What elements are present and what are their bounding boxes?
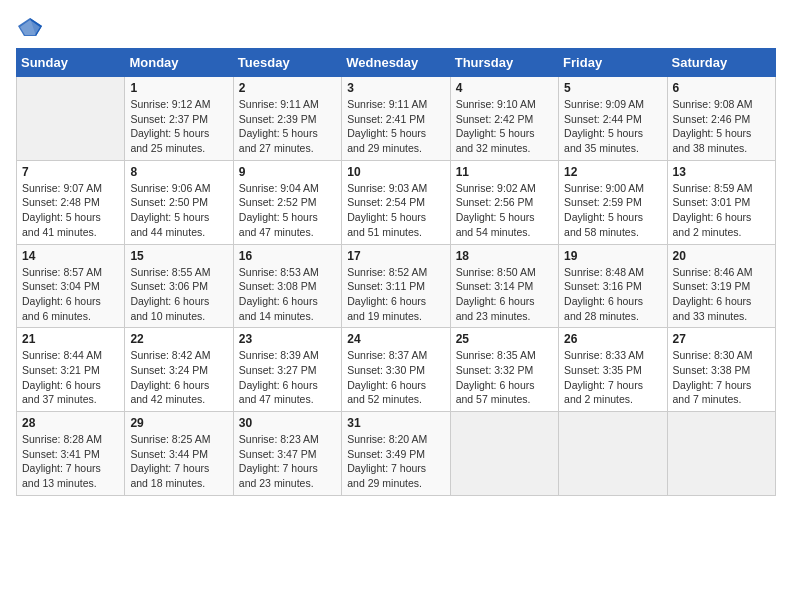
day-number: 3: [347, 81, 444, 95]
day-info: Sunrise: 8:42 AMSunset: 3:24 PMDaylight:…: [130, 348, 227, 407]
day-number: 26: [564, 332, 661, 346]
calendar-cell: 26Sunrise: 8:33 AMSunset: 3:35 PMDayligh…: [559, 328, 667, 412]
day-info: Sunrise: 8:28 AMSunset: 3:41 PMDaylight:…: [22, 432, 119, 491]
calendar-cell: 10Sunrise: 9:03 AMSunset: 2:54 PMDayligh…: [342, 160, 450, 244]
day-info: Sunrise: 9:00 AMSunset: 2:59 PMDaylight:…: [564, 181, 661, 240]
calendar-cell: 27Sunrise: 8:30 AMSunset: 3:38 PMDayligh…: [667, 328, 775, 412]
calendar-cell: 8Sunrise: 9:06 AMSunset: 2:50 PMDaylight…: [125, 160, 233, 244]
calendar-cell: 11Sunrise: 9:02 AMSunset: 2:56 PMDayligh…: [450, 160, 558, 244]
calendar-cell: [667, 412, 775, 496]
day-info: Sunrise: 8:57 AMSunset: 3:04 PMDaylight:…: [22, 265, 119, 324]
calendar-cell: 20Sunrise: 8:46 AMSunset: 3:19 PMDayligh…: [667, 244, 775, 328]
day-number: 4: [456, 81, 553, 95]
header: [16, 16, 776, 38]
logo: [16, 16, 48, 38]
calendar-cell: [559, 412, 667, 496]
day-number: 2: [239, 81, 336, 95]
day-info: Sunrise: 8:44 AMSunset: 3:21 PMDaylight:…: [22, 348, 119, 407]
calendar-cell: [17, 77, 125, 161]
day-number: 1: [130, 81, 227, 95]
day-number: 15: [130, 249, 227, 263]
calendar-cell: 29Sunrise: 8:25 AMSunset: 3:44 PMDayligh…: [125, 412, 233, 496]
day-info: Sunrise: 8:25 AMSunset: 3:44 PMDaylight:…: [130, 432, 227, 491]
day-number: 14: [22, 249, 119, 263]
day-info: Sunrise: 9:11 AMSunset: 2:41 PMDaylight:…: [347, 97, 444, 156]
calendar-week-row: 7Sunrise: 9:07 AMSunset: 2:48 PMDaylight…: [17, 160, 776, 244]
calendar-cell: 28Sunrise: 8:28 AMSunset: 3:41 PMDayligh…: [17, 412, 125, 496]
calendar-cell: 17Sunrise: 8:52 AMSunset: 3:11 PMDayligh…: [342, 244, 450, 328]
day-info: Sunrise: 9:02 AMSunset: 2:56 PMDaylight:…: [456, 181, 553, 240]
day-info: Sunrise: 8:30 AMSunset: 3:38 PMDaylight:…: [673, 348, 770, 407]
day-info: Sunrise: 9:08 AMSunset: 2:46 PMDaylight:…: [673, 97, 770, 156]
day-number: 30: [239, 416, 336, 430]
weekday-header-row: SundayMondayTuesdayWednesdayThursdayFrid…: [17, 49, 776, 77]
day-info: Sunrise: 8:23 AMSunset: 3:47 PMDaylight:…: [239, 432, 336, 491]
weekday-header-cell: Wednesday: [342, 49, 450, 77]
calendar-cell: 15Sunrise: 8:55 AMSunset: 3:06 PMDayligh…: [125, 244, 233, 328]
day-number: 27: [673, 332, 770, 346]
weekday-header-cell: Friday: [559, 49, 667, 77]
day-info: Sunrise: 8:59 AMSunset: 3:01 PMDaylight:…: [673, 181, 770, 240]
day-info: Sunrise: 9:06 AMSunset: 2:50 PMDaylight:…: [130, 181, 227, 240]
day-number: 9: [239, 165, 336, 179]
weekday-header-cell: Tuesday: [233, 49, 341, 77]
calendar-body: 1Sunrise: 9:12 AMSunset: 2:37 PMDaylight…: [17, 77, 776, 496]
day-info: Sunrise: 8:35 AMSunset: 3:32 PMDaylight:…: [456, 348, 553, 407]
logo-icon: [16, 16, 44, 38]
day-number: 23: [239, 332, 336, 346]
calendar-cell: 9Sunrise: 9:04 AMSunset: 2:52 PMDaylight…: [233, 160, 341, 244]
calendar-cell: 14Sunrise: 8:57 AMSunset: 3:04 PMDayligh…: [17, 244, 125, 328]
day-number: 19: [564, 249, 661, 263]
day-number: 29: [130, 416, 227, 430]
calendar-cell: 2Sunrise: 9:11 AMSunset: 2:39 PMDaylight…: [233, 77, 341, 161]
day-info: Sunrise: 8:48 AMSunset: 3:16 PMDaylight:…: [564, 265, 661, 324]
weekday-header-cell: Saturday: [667, 49, 775, 77]
day-number: 31: [347, 416, 444, 430]
day-number: 22: [130, 332, 227, 346]
day-info: Sunrise: 8:37 AMSunset: 3:30 PMDaylight:…: [347, 348, 444, 407]
calendar-cell: 31Sunrise: 8:20 AMSunset: 3:49 PMDayligh…: [342, 412, 450, 496]
calendar-cell: 22Sunrise: 8:42 AMSunset: 3:24 PMDayligh…: [125, 328, 233, 412]
calendar-cell: 16Sunrise: 8:53 AMSunset: 3:08 PMDayligh…: [233, 244, 341, 328]
calendar-cell: [450, 412, 558, 496]
calendar-cell: 12Sunrise: 9:00 AMSunset: 2:59 PMDayligh…: [559, 160, 667, 244]
day-number: 25: [456, 332, 553, 346]
day-info: Sunrise: 9:03 AMSunset: 2:54 PMDaylight:…: [347, 181, 444, 240]
day-info: Sunrise: 8:39 AMSunset: 3:27 PMDaylight:…: [239, 348, 336, 407]
day-number: 17: [347, 249, 444, 263]
calendar-cell: 1Sunrise: 9:12 AMSunset: 2:37 PMDaylight…: [125, 77, 233, 161]
calendar-week-row: 28Sunrise: 8:28 AMSunset: 3:41 PMDayligh…: [17, 412, 776, 496]
calendar-week-row: 1Sunrise: 9:12 AMSunset: 2:37 PMDaylight…: [17, 77, 776, 161]
calendar-table: SundayMondayTuesdayWednesdayThursdayFrid…: [16, 48, 776, 496]
day-number: 24: [347, 332, 444, 346]
day-number: 18: [456, 249, 553, 263]
calendar-cell: 21Sunrise: 8:44 AMSunset: 3:21 PMDayligh…: [17, 328, 125, 412]
calendar-cell: 3Sunrise: 9:11 AMSunset: 2:41 PMDaylight…: [342, 77, 450, 161]
calendar-cell: 25Sunrise: 8:35 AMSunset: 3:32 PMDayligh…: [450, 328, 558, 412]
day-info: Sunrise: 9:11 AMSunset: 2:39 PMDaylight:…: [239, 97, 336, 156]
calendar-cell: 24Sunrise: 8:37 AMSunset: 3:30 PMDayligh…: [342, 328, 450, 412]
calendar-cell: 5Sunrise: 9:09 AMSunset: 2:44 PMDaylight…: [559, 77, 667, 161]
calendar-cell: 19Sunrise: 8:48 AMSunset: 3:16 PMDayligh…: [559, 244, 667, 328]
day-number: 6: [673, 81, 770, 95]
weekday-header-cell: Monday: [125, 49, 233, 77]
calendar-week-row: 21Sunrise: 8:44 AMSunset: 3:21 PMDayligh…: [17, 328, 776, 412]
day-number: 13: [673, 165, 770, 179]
calendar-cell: 23Sunrise: 8:39 AMSunset: 3:27 PMDayligh…: [233, 328, 341, 412]
day-info: Sunrise: 8:46 AMSunset: 3:19 PMDaylight:…: [673, 265, 770, 324]
day-info: Sunrise: 9:04 AMSunset: 2:52 PMDaylight:…: [239, 181, 336, 240]
day-number: 10: [347, 165, 444, 179]
day-info: Sunrise: 8:55 AMSunset: 3:06 PMDaylight:…: [130, 265, 227, 324]
weekday-header-cell: Thursday: [450, 49, 558, 77]
calendar-cell: 18Sunrise: 8:50 AMSunset: 3:14 PMDayligh…: [450, 244, 558, 328]
calendar-cell: 13Sunrise: 8:59 AMSunset: 3:01 PMDayligh…: [667, 160, 775, 244]
day-number: 7: [22, 165, 119, 179]
day-info: Sunrise: 8:20 AMSunset: 3:49 PMDaylight:…: [347, 432, 444, 491]
calendar-cell: 4Sunrise: 9:10 AMSunset: 2:42 PMDaylight…: [450, 77, 558, 161]
day-info: Sunrise: 8:53 AMSunset: 3:08 PMDaylight:…: [239, 265, 336, 324]
calendar-cell: 30Sunrise: 8:23 AMSunset: 3:47 PMDayligh…: [233, 412, 341, 496]
day-info: Sunrise: 8:52 AMSunset: 3:11 PMDaylight:…: [347, 265, 444, 324]
day-info: Sunrise: 9:09 AMSunset: 2:44 PMDaylight:…: [564, 97, 661, 156]
day-number: 16: [239, 249, 336, 263]
day-info: Sunrise: 8:33 AMSunset: 3:35 PMDaylight:…: [564, 348, 661, 407]
